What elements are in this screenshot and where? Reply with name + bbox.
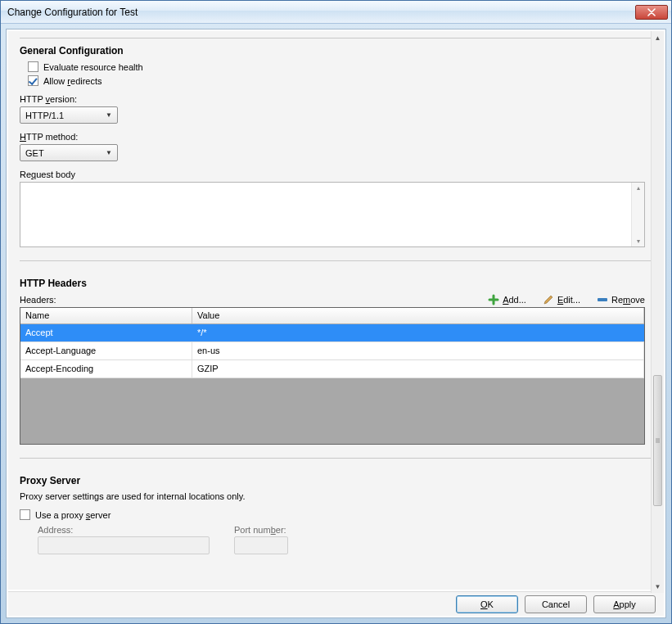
divider (20, 260, 652, 261)
address-field-group: Address: (38, 525, 210, 554)
column-value[interactable]: Value (192, 308, 644, 323)
arrow-up-icon: ▴ (637, 184, 640, 192)
headers-table[interactable]: Name Value Accept */* Accept-Language en… (20, 307, 645, 445)
edit-button[interactable]: Edit... (543, 294, 580, 305)
chevron-down-icon: ▼ (103, 149, 115, 156)
cancel-button[interactable]: Cancel (525, 595, 587, 613)
ok-button[interactable]: OK (456, 595, 518, 613)
apply-button[interactable]: Apply (593, 595, 656, 613)
remove-button[interactable]: Remove (597, 294, 645, 305)
column-name[interactable]: Name (20, 308, 192, 323)
allow-redirects-label: Allow redirects (43, 76, 102, 86)
use-proxy-row[interactable]: Use a proxy server (20, 509, 652, 520)
divider (20, 38, 652, 38)
checkbox-unchecked-icon (28, 61, 38, 72)
scroll-area: General Configuration Evaluate resource … (8, 31, 664, 590)
cell-value: GZIP (192, 360, 644, 378)
dialog-footer: OK Cancel Apply (8, 591, 664, 616)
table-empty-area (20, 378, 644, 444)
textarea-scrollbar[interactable]: ▴ ▾ (631, 183, 644, 246)
close-icon (647, 8, 656, 16)
checkbox-checked-icon (28, 75, 38, 86)
cell-name: Accept-Encoding (20, 360, 192, 378)
arrow-down-icon: ▼ (652, 580, 664, 593)
close-button[interactable] (635, 5, 668, 20)
cell-name: Accept-Language (20, 342, 192, 359)
headers-label: Headers: (20, 295, 56, 305)
address-label: Address: (38, 525, 210, 535)
http-method-label: HTTP method: (20, 132, 652, 142)
address-input[interactable] (38, 536, 210, 554)
checkbox-unchecked-icon (20, 509, 30, 520)
evaluate-health-row[interactable]: Evaluate resource health (28, 61, 652, 72)
use-proxy-label: Use a proxy server (35, 510, 110, 520)
http-version-combo[interactable]: HTTP/1.1 ▼ (20, 106, 118, 124)
request-body-label: Request body (20, 170, 652, 179)
http-method-value: GET (25, 148, 44, 158)
arrow-down-icon: ▾ (637, 237, 640, 245)
cell-name: Accept (20, 324, 192, 341)
table-row[interactable]: Accept-Language en-us (20, 342, 644, 360)
divider (20, 458, 652, 459)
evaluate-health-label: Evaluate resource health (43, 62, 143, 72)
arrow-up-icon: ▲ (652, 31, 664, 44)
cell-value: */* (192, 324, 644, 341)
request-body-input[interactable]: ▴ ▾ (20, 182, 645, 247)
allow-redirects-row[interactable]: Allow redirects (28, 75, 652, 86)
table-row[interactable]: Accept */* (20, 324, 644, 342)
add-button[interactable]: Add... (488, 294, 526, 305)
plus-icon (488, 294, 499, 305)
port-field-group: Port number: (234, 525, 288, 554)
dialog-window: Change Configuration for Test General Co… (0, 0, 672, 624)
proxy-description: Proxy server settings are used for inter… (20, 491, 652, 501)
scrollbar-thumb[interactable] (653, 375, 662, 506)
minus-icon (597, 294, 608, 305)
chevron-down-icon: ▼ (103, 111, 115, 119)
port-input[interactable] (234, 536, 288, 554)
general-heading: General Configuration (20, 45, 652, 57)
proxy-heading: Proxy Server (20, 475, 652, 486)
proxy-fields: Address: Port number: (38, 525, 652, 554)
table-header: Name Value (20, 308, 644, 324)
table-row[interactable]: Accept-Encoding GZIP (20, 360, 644, 378)
headers-heading: HTTP Headers (20, 278, 652, 289)
cell-value: en-us (192, 342, 644, 359)
content-scrollbar[interactable]: ▲ ▼ (651, 31, 664, 593)
svg-rect-0 (598, 298, 607, 301)
titlebar: Change Configuration for Test (1, 1, 671, 24)
client-outer: General Configuration Evaluate resource … (1, 24, 671, 623)
port-label: Port number: (234, 525, 288, 535)
headers-toolbar: Headers: Add... Edit... (20, 294, 645, 305)
client-area: General Configuration Evaluate resource … (6, 29, 666, 618)
http-method-combo[interactable]: GET ▼ (20, 144, 118, 161)
http-version-label: HTTP version: (20, 94, 652, 104)
http-version-value: HTTP/1.1 (25, 111, 64, 120)
pencil-icon (543, 294, 554, 305)
window-title: Change Configuration for Test (7, 7, 138, 18)
